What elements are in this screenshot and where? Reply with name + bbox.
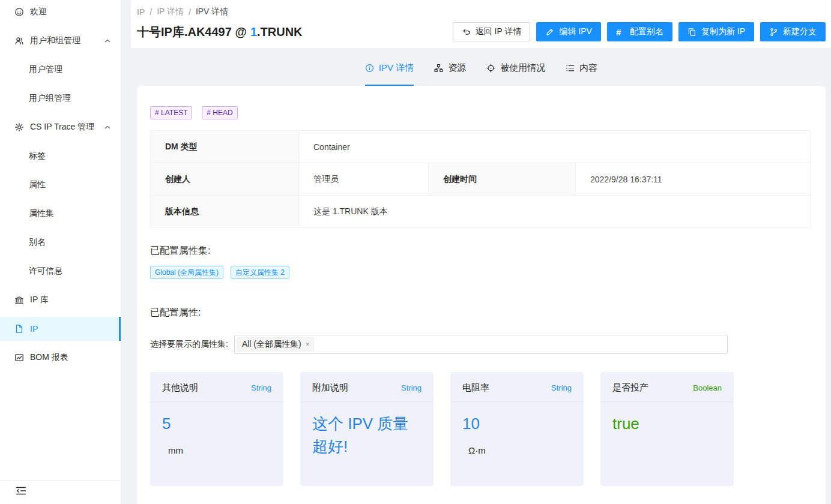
button-label: 返回 IP 详情	[476, 26, 522, 37]
tabs-row: IPV 详情 资源 被使用情况	[137, 48, 826, 86]
detail-value: 这是 1.TRUNK 版本	[299, 196, 811, 228]
attribute-value: true	[612, 413, 722, 436]
list-icon	[566, 64, 575, 73]
sidebar-item-label: IP 库	[30, 295, 111, 305]
tab-label: 资源	[448, 62, 466, 74]
breadcrumb-item-ip[interactable]: IP	[137, 7, 145, 17]
attribute-set-tags: Global (全局属性集) 自定义属性集 2	[150, 266, 811, 279]
attribute-value: 5	[162, 413, 271, 436]
sidebar-item-label: 属性	[29, 179, 111, 190]
version-tags: # LATEST # HEAD	[150, 106, 811, 119]
smile-icon	[14, 7, 24, 17]
detail-label: DM 类型	[151, 131, 299, 163]
button-label: 配置别名	[630, 26, 663, 37]
new-branch-button[interactable]: 新建分支	[760, 22, 826, 41]
copy-as-new-ip-button[interactable]: 复制为新 IP	[678, 22, 754, 41]
configure-alias-button[interactable]: # 配置别名	[607, 22, 672, 41]
breadcrumb-item-ip-detail[interactable]: IP 详情	[157, 7, 184, 17]
menu-fold-icon[interactable]	[16, 485, 26, 496]
app-root: 欢迎 用户和组管理 用户管理 用户组管理	[0, 0, 831, 504]
chevron-up-icon	[104, 124, 111, 131]
sidebar-item-aliases[interactable]: 别名	[0, 230, 121, 254]
chart-icon	[14, 353, 24, 362]
sidebar-item-welcome[interactable]: 欢迎	[0, 0, 121, 24]
sidebar-item-label: 别名	[29, 237, 111, 248]
attribute-card-extra-notes: 附加说明 String 这个 IPV 质量超好!	[300, 372, 434, 486]
sidebar-item-attributes[interactable]: 属性	[0, 173, 121, 197]
attribute-card-body: 5 mm	[150, 402, 283, 455]
sidebar-group-users[interactable]: 用户和组管理	[0, 29, 121, 53]
attribute-name: 其他说明	[162, 382, 198, 394]
filter-label: 选择要展示的属性集:	[150, 339, 228, 350]
aim-icon	[486, 64, 495, 73]
sidebar-item-ip-library[interactable]: IP 库	[0, 288, 121, 312]
sidebar: 欢迎 用户和组管理 用户管理 用户组管理	[0, 0, 121, 504]
ipv-details-table: DM 类型 Container 创建人 管理员 创建时间 2022/9/28 1…	[150, 130, 811, 228]
attribute-name: 是否投产	[612, 382, 648, 394]
attribute-card-body: true	[600, 402, 734, 436]
sidebar-item-license-info[interactable]: 许可信息	[0, 259, 121, 283]
edit-icon	[545, 28, 554, 37]
sidebar-group-label: 用户和组管理	[30, 35, 104, 46]
breadcrumb-separator: /	[189, 7, 191, 17]
attribute-unit: mm	[168, 445, 271, 455]
detail-label: 创建时间	[429, 163, 576, 196]
attribute-set-filter: 选择要展示的属性集: All (全部属性集) ×	[150, 335, 811, 354]
attribute-set-tag-global: Global (全局属性集)	[150, 266, 223, 279]
tab-usage[interactable]: 被使用情况	[486, 48, 545, 86]
file-icon	[14, 324, 24, 334]
attribute-card-other-notes: 其他说明 String 5 mm	[150, 372, 283, 486]
attribute-value: 10	[462, 413, 572, 436]
sidebar-item-label: 用户组管理	[29, 93, 111, 104]
attribute-type: String	[401, 383, 422, 392]
detail-value: 2022/9/28 16:37:11	[576, 163, 811, 196]
table-row: 版本信息 这是 1.TRUNK 版本	[151, 196, 811, 228]
attribute-card-body: 10 Ω·m	[450, 402, 584, 455]
chip-remove-icon[interactable]: ×	[306, 340, 310, 349]
header-actions: 返回 IP 详情 编辑 IPV # 配置别名	[453, 22, 826, 41]
attribute-card-body: 这个 IPV 质量超好!	[300, 402, 434, 458]
latest-tag: # LATEST	[150, 106, 192, 119]
sidebar-item-label: 用户管理	[29, 64, 111, 75]
attribute-set-select[interactable]: All (全部属性集) ×	[234, 335, 728, 354]
sidebar-item-bom-report[interactable]: BOM 报表	[0, 346, 121, 370]
sidebar-item-label: 许可信息	[29, 266, 111, 277]
copy-icon	[687, 28, 697, 37]
chip-label: All (全部属性集)	[242, 339, 301, 350]
button-label: 编辑 IPV	[559, 26, 591, 37]
head-tag: # HEAD	[202, 106, 237, 119]
sidebar-item-label: 欢迎	[30, 7, 111, 17]
tab-content[interactable]: 内容	[566, 48, 597, 86]
back-to-ip-detail-button[interactable]: 返回 IP 详情	[453, 22, 531, 41]
sidebar-item-attribute-sets[interactable]: 属性集	[0, 202, 121, 226]
sidebar-item-ip[interactable]: IP	[0, 317, 121, 341]
attribute-card-in-production: 是否投产 Boolean true	[600, 372, 734, 486]
sidebar-item-user-management[interactable]: 用户管理	[0, 58, 121, 82]
info-circle-icon	[365, 64, 374, 73]
edit-ipv-button[interactable]: 编辑 IPV	[536, 22, 600, 41]
sidebar-item-tags[interactable]: 标签	[0, 144, 121, 168]
table-row: DM 类型 Container	[151, 131, 811, 163]
button-label: 新建分支	[783, 26, 817, 37]
attribute-type: String	[251, 383, 271, 392]
branch-name: .TRUNK	[257, 25, 303, 38]
breadcrumb-item-ipv-detail: IPV 详情	[196, 7, 228, 17]
table-row: 创建人 管理员 创建时间 2022/9/28 16:37:11	[151, 163, 811, 196]
attribute-card-header: 电阻率 String	[450, 372, 584, 402]
attribute-card-header: 附加说明 String	[300, 372, 434, 402]
attribute-card-header: 是否投产 Boolean	[600, 372, 734, 402]
attribute-value: 这个 IPV 质量超好!	[312, 413, 422, 458]
sidebar-item-label: IP	[30, 324, 111, 334]
sidebar-item-label: 标签	[29, 151, 111, 161]
team-icon	[14, 36, 24, 46]
sidebar-item-user-group-management[interactable]: 用户组管理	[0, 86, 121, 110]
tab-ipv-detail[interactable]: IPV 详情	[365, 48, 414, 86]
resource-tree-icon	[434, 64, 443, 73]
rollback-icon	[462, 28, 471, 37]
sidebar-group-label: CS IP Trace 管理	[30, 122, 104, 133]
tab-resources[interactable]: 资源	[434, 48, 466, 86]
sidebar-group-cs-ip-trace[interactable]: CS IP Trace 管理	[0, 115, 121, 139]
sidebar-item-label: 属性集	[29, 208, 111, 219]
attribute-type: String	[551, 383, 572, 392]
bank-icon	[14, 295, 24, 305]
